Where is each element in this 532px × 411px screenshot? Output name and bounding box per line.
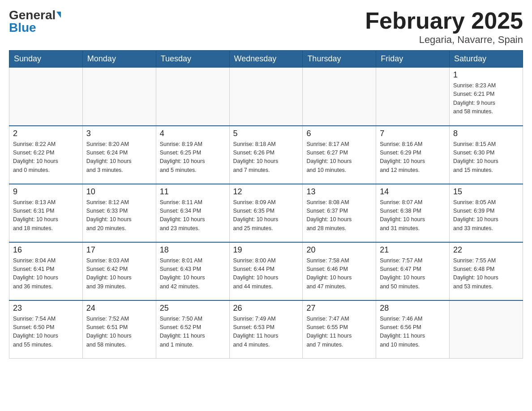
day-number: 12: [233, 187, 299, 197]
calendar-cell: 8Sunrise: 8:15 AMSunset: 6:30 PMDaylight…: [450, 126, 523, 184]
day-number: 2: [13, 129, 79, 138]
day-info: Sunrise: 8:18 AMSunset: 6:26 PMDaylight:…: [233, 140, 299, 175]
day-number: 15: [453, 187, 519, 197]
weekday-header-wednesday: Wednesday: [229, 51, 303, 68]
calendar-cell: 19Sunrise: 8:00 AMSunset: 6:44 PMDayligh…: [229, 242, 303, 300]
calendar-cell: 16Sunrise: 8:04 AMSunset: 6:41 PMDayligh…: [9, 242, 83, 300]
day-number: 28: [380, 304, 446, 313]
logo-arrow-icon: [56, 12, 61, 18]
calendar-cell: 25Sunrise: 7:50 AMSunset: 6:52 PMDayligh…: [156, 300, 229, 359]
weekday-header-tuesday: Tuesday: [156, 51, 229, 68]
day-info: Sunrise: 8:17 AMSunset: 6:27 PMDaylight:…: [306, 140, 372, 175]
day-info: Sunrise: 8:00 AMSunset: 6:44 PMDaylight:…: [233, 257, 299, 291]
weekday-header-saturday: Saturday: [450, 51, 523, 68]
calendar-cell: 11Sunrise: 8:11 AMSunset: 6:34 PMDayligh…: [156, 184, 229, 242]
calendar-cell: 12Sunrise: 8:09 AMSunset: 6:35 PMDayligh…: [229, 184, 303, 242]
day-info: Sunrise: 7:49 AMSunset: 6:53 PMDaylight:…: [233, 315, 299, 350]
day-number: 9: [13, 187, 79, 197]
day-info: Sunrise: 8:03 AMSunset: 6:42 PMDaylight:…: [86, 257, 152, 291]
calendar-cell: 9Sunrise: 8:13 AMSunset: 6:31 PMDaylight…: [9, 184, 83, 242]
day-info: Sunrise: 8:15 AMSunset: 6:30 PMDaylight:…: [453, 140, 519, 175]
calendar-cell: 7Sunrise: 8:16 AMSunset: 6:29 PMDaylight…: [376, 126, 450, 184]
calendar-cell: [156, 68, 229, 126]
day-number: 18: [160, 245, 226, 255]
calendar-cell: 22Sunrise: 7:55 AMSunset: 6:48 PMDayligh…: [450, 242, 523, 300]
day-number: 8: [453, 129, 519, 138]
title-section: February 2025 Legaria, Navarre, Spain: [365, 9, 523, 46]
day-number: 10: [86, 187, 152, 197]
day-number: 1: [453, 70, 519, 80]
weekday-header-friday: Friday: [376, 51, 450, 68]
day-info: Sunrise: 8:09 AMSunset: 6:35 PMDaylight:…: [233, 198, 299, 233]
day-info: Sunrise: 7:57 AMSunset: 6:47 PMDaylight:…: [380, 257, 446, 291]
day-info: Sunrise: 8:23 AMSunset: 6:21 PMDaylight:…: [453, 81, 519, 116]
day-number: 27: [306, 304, 372, 313]
day-info: Sunrise: 8:19 AMSunset: 6:25 PMDaylight:…: [160, 140, 226, 175]
day-number: 3: [86, 129, 152, 138]
day-info: Sunrise: 7:54 AMSunset: 6:50 PMDaylight:…: [13, 315, 79, 350]
weekday-header-sunday: Sunday: [9, 51, 83, 68]
day-number: 14: [380, 187, 446, 197]
day-number: 19: [233, 245, 299, 255]
calendar-cell: 10Sunrise: 8:12 AMSunset: 6:33 PMDayligh…: [82, 184, 156, 242]
day-number: 17: [86, 245, 152, 255]
day-info: Sunrise: 8:08 AMSunset: 6:37 PMDaylight:…: [306, 198, 372, 233]
day-info: Sunrise: 7:46 AMSunset: 6:56 PMDaylight:…: [380, 315, 446, 350]
weekday-header-thursday: Thursday: [303, 51, 376, 68]
day-number: 24: [86, 304, 152, 313]
calendar-cell: [9, 68, 83, 126]
day-info: Sunrise: 7:55 AMSunset: 6:48 PMDaylight:…: [453, 257, 519, 291]
week-row-5: 23Sunrise: 7:54 AMSunset: 6:50 PMDayligh…: [9, 300, 523, 359]
logo-blue-text: Blue: [9, 21, 36, 34]
logo-general-text: General: [9, 9, 61, 21]
day-info: Sunrise: 7:58 AMSunset: 6:46 PMDaylight:…: [306, 257, 372, 291]
day-number: 23: [13, 304, 79, 313]
day-number: 11: [160, 187, 226, 197]
calendar-cell: 18Sunrise: 8:01 AMSunset: 6:43 PMDayligh…: [156, 242, 229, 300]
calendar-cell: 28Sunrise: 7:46 AMSunset: 6:56 PMDayligh…: [376, 300, 450, 359]
calendar-table: SundayMondayTuesdayWednesdayThursdayFrid…: [9, 50, 523, 359]
month-title: February 2025: [365, 9, 523, 32]
calendar-cell: 4Sunrise: 8:19 AMSunset: 6:25 PMDaylight…: [156, 126, 229, 184]
week-row-4: 16Sunrise: 8:04 AMSunset: 6:41 PMDayligh…: [9, 242, 523, 300]
day-number: 5: [233, 129, 299, 138]
calendar-cell: 26Sunrise: 7:49 AMSunset: 6:53 PMDayligh…: [229, 300, 303, 359]
day-number: 22: [453, 245, 519, 255]
calendar-cell: 3Sunrise: 8:20 AMSunset: 6:24 PMDaylight…: [82, 126, 156, 184]
calendar-cell: 17Sunrise: 8:03 AMSunset: 6:42 PMDayligh…: [82, 242, 156, 300]
logo: General Blue: [9, 9, 61, 34]
day-number: 13: [306, 187, 372, 197]
calendar-cell: 2Sunrise: 8:22 AMSunset: 6:22 PMDaylight…: [9, 126, 83, 184]
calendar-cell: [450, 300, 523, 359]
calendar-cell: 1Sunrise: 8:23 AMSunset: 6:21 PMDaylight…: [450, 68, 523, 126]
week-row-3: 9Sunrise: 8:13 AMSunset: 6:31 PMDaylight…: [9, 184, 523, 242]
day-number: 21: [380, 245, 446, 255]
day-info: Sunrise: 8:05 AMSunset: 6:39 PMDaylight:…: [453, 198, 519, 233]
calendar-cell: 24Sunrise: 7:52 AMSunset: 6:51 PMDayligh…: [82, 300, 156, 359]
day-info: Sunrise: 8:07 AMSunset: 6:38 PMDaylight:…: [380, 198, 446, 233]
weekday-header-monday: Monday: [82, 51, 156, 68]
calendar-cell: [376, 68, 450, 126]
day-info: Sunrise: 8:04 AMSunset: 6:41 PMDaylight:…: [13, 257, 79, 291]
day-info: Sunrise: 8:22 AMSunset: 6:22 PMDaylight:…: [13, 140, 79, 175]
day-number: 6: [306, 129, 372, 138]
day-info: Sunrise: 7:50 AMSunset: 6:52 PMDaylight:…: [160, 315, 226, 350]
day-number: 20: [306, 245, 372, 255]
day-number: 7: [380, 129, 446, 138]
calendar-cell: [303, 68, 376, 126]
calendar-cell: 14Sunrise: 8:07 AMSunset: 6:38 PMDayligh…: [376, 184, 450, 242]
location: Legaria, Navarre, Spain: [365, 34, 523, 46]
day-info: Sunrise: 7:47 AMSunset: 6:55 PMDaylight:…: [306, 315, 372, 350]
page-header: General Blue February 2025 Legaria, Nava…: [9, 9, 523, 46]
day-info: Sunrise: 7:52 AMSunset: 6:51 PMDaylight:…: [86, 315, 152, 350]
calendar-cell: 5Sunrise: 8:18 AMSunset: 6:26 PMDaylight…: [229, 126, 303, 184]
day-info: Sunrise: 8:20 AMSunset: 6:24 PMDaylight:…: [86, 140, 152, 175]
calendar-cell: [82, 68, 156, 126]
day-info: Sunrise: 8:01 AMSunset: 6:43 PMDaylight:…: [160, 257, 226, 291]
calendar-cell: 6Sunrise: 8:17 AMSunset: 6:27 PMDaylight…: [303, 126, 376, 184]
calendar-cell: 13Sunrise: 8:08 AMSunset: 6:37 PMDayligh…: [303, 184, 376, 242]
day-number: 4: [160, 129, 226, 138]
calendar-cell: 20Sunrise: 7:58 AMSunset: 6:46 PMDayligh…: [303, 242, 376, 300]
day-info: Sunrise: 8:11 AMSunset: 6:34 PMDaylight:…: [160, 198, 226, 233]
day-info: Sunrise: 8:13 AMSunset: 6:31 PMDaylight:…: [13, 198, 79, 233]
